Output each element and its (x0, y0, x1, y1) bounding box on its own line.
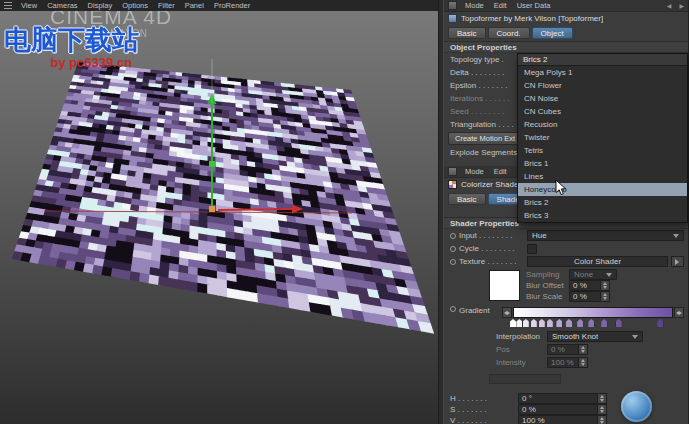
app-window: ViewCamerasDisplayOptionsFilterPanelProR… (0, 0, 689, 424)
sampling-combo[interactable]: None (569, 269, 617, 280)
intensity-spinner: 100 % (547, 357, 588, 368)
am-menu-item[interactable]: Mode (465, 1, 484, 10)
texture-picker-icon[interactable] (671, 256, 684, 267)
gradient-knot[interactable] (588, 319, 594, 327)
input-combo[interactable]: Hue (527, 230, 684, 241)
dropdown-option[interactable]: Twister (518, 131, 687, 144)
interpolation-combo[interactable]: Smooth Knot (547, 331, 643, 342)
hsv-value: 0 ° (518, 393, 598, 404)
gradient-knot[interactable] (616, 319, 622, 327)
dropdown-option[interactable]: Tetris (518, 144, 687, 157)
viewport-menu-item[interactable]: Options (122, 1, 148, 10)
anim-dot-icon[interactable] (450, 246, 456, 252)
interpolation-value: Smooth Knot (552, 332, 598, 341)
interpolation-row: Interpolation Smooth Knot (444, 330, 688, 343)
empty-field (489, 374, 561, 384)
seed-label: Seed . . . . . . . . (450, 107, 522, 116)
viewport-menu-item[interactable]: Cameras (47, 1, 77, 10)
history-back-icon[interactable]: ◀ (667, 2, 672, 9)
dropdown-option[interactable]: CN Cubes (518, 105, 687, 118)
hsv-spinner[interactable]: 0 ° (518, 393, 607, 404)
texture-label: Texture . . . . . . . (459, 257, 524, 266)
gradient-knot-track[interactable] (513, 319, 673, 328)
topology-dropdown: Brics 2 Mega Polys 1CN FlowerCN NoiseCN … (517, 53, 688, 223)
shader-manager-icon[interactable] (448, 167, 457, 176)
hsv-label: S . . . . . . . (450, 405, 515, 414)
am-tab[interactable]: Coord. (488, 27, 530, 39)
gradient-left-arrows-icon[interactable] (502, 307, 512, 318)
anim-dot-icon[interactable] (450, 233, 456, 239)
viewport-menu: ViewCamerasDisplayOptionsFilterPanelProR… (21, 1, 250, 10)
dropdown-option[interactable]: CN Flower (518, 79, 687, 92)
shader-menu-item[interactable]: Mode (465, 167, 484, 176)
attribute-manager-icon[interactable] (448, 1, 457, 10)
site-watermark-cn: 电脑下载站 (4, 22, 139, 58)
cycle-checkbox[interactable] (527, 244, 537, 254)
dropdown-option[interactable]: Brics 3 (518, 209, 687, 222)
topology-dropdown-current[interactable]: Brics 2 (518, 54, 687, 66)
topology-type-label: Topology type . (450, 55, 522, 64)
gradient-knot[interactable] (516, 319, 522, 327)
gradient-knot[interactable] (657, 319, 663, 327)
gradient-right-arrows-icon[interactable] (674, 307, 684, 318)
gradient-knot[interactable] (547, 319, 553, 327)
pos-row: Pos 0 % (444, 343, 688, 356)
am-tab[interactable]: Object (532, 27, 573, 39)
hsv-value: 100 % (518, 415, 598, 424)
blur-offset-spin-arrows[interactable] (601, 280, 610, 291)
dropdown-option[interactable]: Mega Polys 1 (518, 66, 687, 79)
gradient-knot[interactable] (577, 319, 583, 327)
dropdown-option[interactable]: CN Noise (518, 92, 687, 105)
viewport-menu-item[interactable]: Display (88, 1, 113, 10)
history-forward-icon[interactable]: ▶ (679, 2, 684, 9)
viewport-3d[interactable]: ViewCamerasDisplayOptionsFilterPanelProR… (0, 0, 438, 424)
gradient-knot[interactable] (601, 319, 607, 327)
hsv-spinner[interactable]: 0 % (518, 404, 607, 415)
intensity-spin-arrows (579, 357, 588, 368)
gradient-knot[interactable] (556, 319, 562, 327)
texture-shader-button[interactable]: Color Shader (527, 256, 668, 267)
sampling-label: Sampling (526, 270, 566, 279)
shader-menu-item[interactable]: Edit (494, 167, 507, 176)
hsv-spin-arrows[interactable] (598, 404, 607, 415)
hsv-spinner[interactable]: 100 % (518, 415, 607, 424)
dropdown-option[interactable]: Brics 2 (518, 196, 687, 209)
dropdown-option[interactable]: Recusion (518, 118, 687, 131)
cycle-label: Cycle . . . . . . . . (459, 244, 524, 253)
panel-divider[interactable] (438, 0, 444, 424)
gradient-knot[interactable] (531, 319, 537, 327)
gradient-row: Gradient (444, 304, 688, 330)
shader-tab[interactable]: Basic (448, 193, 486, 205)
gradient-knot[interactable] (510, 319, 516, 327)
hsv-spin-arrows[interactable] (598, 415, 607, 424)
blur-scale-spin-arrows[interactable] (601, 291, 610, 302)
site-watermark-url: by pc6339.cn (50, 55, 132, 70)
blur-scale-spinner[interactable]: 0 % (569, 291, 610, 302)
viewport-menu-item[interactable]: Panel (185, 1, 204, 10)
viewport-menu-item[interactable]: ProRender (214, 1, 250, 10)
gradient-knot[interactable] (566, 319, 572, 327)
shader-preview-swatch[interactable] (489, 270, 520, 301)
am-menu-item[interactable]: User Data (517, 1, 551, 10)
gradient-strip[interactable] (513, 307, 673, 318)
anim-dot-icon[interactable] (450, 259, 456, 265)
sphere-icon[interactable] (621, 391, 652, 422)
gradient-knot[interactable] (539, 319, 545, 327)
hsv-spin-arrows[interactable] (598, 393, 607, 404)
viewport-menu-item[interactable]: Filter (158, 1, 175, 10)
anim-dot-icon[interactable] (450, 306, 456, 312)
viewport-menu-item[interactable]: View (21, 1, 37, 10)
dropdown-option[interactable]: Honeycomb (518, 183, 687, 196)
gradient-control (502, 306, 684, 330)
gradient-knot[interactable] (523, 319, 529, 327)
plane-mesh[interactable] (0, 11, 438, 424)
topology-dropdown-list: Mega Polys 1CN FlowerCN NoiseCN CubesRec… (518, 66, 687, 222)
am-tabs: BasicCoord.Object (444, 25, 688, 41)
menu-grip-icon[interactable] (4, 2, 12, 9)
am-menu-item[interactable]: Edit (494, 1, 507, 10)
create-motion-ext-button[interactable]: Create Motion Ext (448, 132, 522, 145)
blur-offset-spinner[interactable]: 0 % (569, 280, 610, 291)
dropdown-option[interactable]: Lines (518, 170, 687, 183)
am-tab[interactable]: Basic (448, 27, 486, 39)
dropdown-option[interactable]: Brics 1 (518, 157, 687, 170)
